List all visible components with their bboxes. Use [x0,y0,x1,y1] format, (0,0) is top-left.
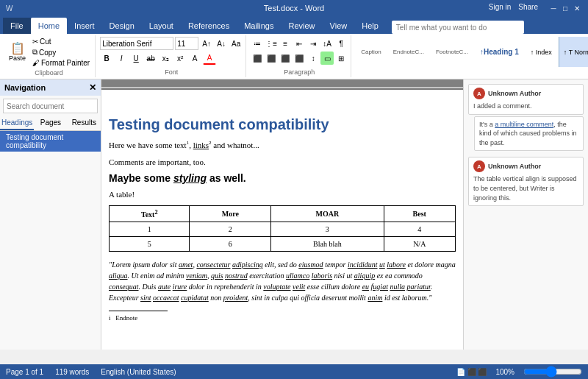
paste-button[interactable]: 📋 Paste [6,37,29,68]
clear-format-button[interactable]: Aa [229,37,243,50]
consectetur-link[interactable]: consectetur [196,261,230,269]
ullamco-link[interactable]: ullamco [286,272,309,280]
tab-view[interactable]: View [323,18,355,34]
tab-file[interactable]: File [3,18,31,34]
copy-button[interactable]: ⧉ Copy [30,47,92,57]
voluptate-link[interactable]: voluptate [263,283,290,291]
occaecat-link[interactable]: occaecat [153,294,179,302]
font-size-input[interactable] [175,37,198,50]
ut-link1[interactable]: ut [379,261,385,269]
align-left-button[interactable]: ⬛ [251,52,264,65]
document-page[interactable]: Testing document compatibility Here we h… [101,90,463,350]
shading-button[interactable]: ▭ [320,52,334,65]
irure-link[interactable]: irure [173,283,187,291]
italic-button[interactable]: I [115,52,128,65]
sint-link[interactable]: sint [140,294,151,302]
grow-font-button[interactable]: A↑ [200,37,213,50]
minimize-button[interactable]: ─ [548,3,559,13]
line-spacing-button[interactable]: ↕ [306,52,320,65]
anim-link[interactable]: anim [368,294,382,302]
links-text[interactable]: links [193,141,209,149]
quis-link[interactable]: quis [211,272,223,280]
underline-button[interactable]: U [129,52,143,65]
pariatur-link[interactable]: pariatur [407,283,431,291]
nav-tab-results[interactable]: Results [68,116,101,130]
tab-design[interactable]: Design [102,18,142,34]
style-footnote[interactable]: FootnoteC... [431,37,473,67]
para3-bold: styling [173,172,207,184]
navigation-pane: Navigation ✕ Headings Pages Results Test… [0,79,101,350]
nav-search-input[interactable] [3,99,98,113]
style-endnote[interactable]: EndnoteC... [388,37,429,67]
style-heading1[interactable]: ↑Heading 1 [475,37,524,67]
tab-layout[interactable]: Layout [142,18,181,34]
text-highlight-button[interactable]: A [188,52,201,65]
comment-1: A Unknown Author I added a comment. [468,84,584,115]
numbering-button[interactable]: ⋮≡ [265,37,278,50]
navigation-close-icon[interactable]: ✕ [89,82,96,93]
strikethrough-button[interactable]: ab [144,52,157,65]
nav-item-heading[interactable]: Testing document compatibility [0,131,101,152]
aute-link[interactable]: aute [158,283,171,291]
font-color-button[interactable]: A [203,52,216,65]
adipiscing-link[interactable]: adipiscing [232,261,263,269]
incididunt-link[interactable]: incididunt [348,261,378,269]
justify-button[interactable]: ⬛ [293,52,306,65]
align-right-button[interactable]: ⬛ [279,52,292,65]
superscript-button[interactable]: x² [173,52,187,65]
shrink-font-button[interactable]: A↓ [215,37,228,50]
tab-mailings[interactable]: Mailings [237,18,281,34]
proident-link[interactable]: proident [223,294,248,302]
close-button[interactable]: ✕ [572,3,582,13]
cupidatat-link[interactable]: cupidatat [181,294,209,302]
table-th-4: Best [384,205,455,222]
decrease-indent-button[interactable]: ⇤ [293,37,306,50]
sign-in-button[interactable]: Sign in [489,3,512,13]
tab-help[interactable]: Help [354,18,386,34]
para1-text: Here we have some text [109,141,187,149]
bullets-button[interactable]: ≔ [251,37,264,50]
nav-tab-headings[interactable]: Headings [0,116,34,130]
multiline-comment-link[interactable]: a multiline comment [495,121,553,128]
nav-tab-pages[interactable]: Pages [34,116,67,130]
style-tnormal[interactable]: ↑ T Normal [559,37,588,67]
nostrud-link[interactable]: nostrud [225,272,248,280]
multilevel-button[interactable]: ≡ [279,37,292,50]
tab-review[interactable]: Review [282,18,323,34]
style-index[interactable]: ↑ Index [526,37,557,67]
eu-link[interactable]: eu [362,283,369,291]
consequat-link[interactable]: consequat [109,283,139,291]
maximize-button[interactable]: □ [560,3,570,13]
amet-link[interactable]: amet [179,261,193,269]
eiusmod-link[interactable]: eiusmod [298,261,323,269]
borders-button[interactable]: ⊞ [334,52,348,65]
format-painter-button[interactable]: 🖌 Format Painter [30,58,92,68]
tab-home[interactable]: Home [31,18,67,34]
tell-me-input[interactable] [392,21,524,34]
fugiat-link[interactable]: fugiat [371,283,388,291]
font-format-row: B I U ab x₂ x² A A [100,52,243,65]
style-caption[interactable]: Caption [356,37,387,67]
align-center-button[interactable]: ⬛ [265,52,278,65]
nulla-link[interactable]: nulla [390,283,405,291]
show-marks-button[interactable]: ¶ [334,37,348,50]
labore-link[interactable]: labore [387,261,406,269]
font-name-input[interactable] [100,37,173,50]
veniam-link[interactable]: veniam [186,272,207,280]
increase-indent-button[interactable]: ⇥ [306,37,320,50]
para3-prefix: Maybe some [109,172,173,184]
bold-button[interactable]: B [100,52,113,65]
horizontal-ruler [101,87,463,88]
aliquip-link[interactable]: aliquip [354,272,375,280]
velit-link[interactable]: velit [293,283,305,291]
share-button[interactable]: Share [518,3,538,13]
subscript-button[interactable]: x₂ [159,52,172,65]
laboris-link[interactable]: laboris [312,272,332,280]
sort-button[interactable]: ↕A [320,37,334,50]
tab-references[interactable]: References [181,18,237,34]
comment-1-reply: It's a a multiline comment, the kind of … [474,116,584,152]
cut-button[interactable]: ✂ Cut [30,37,92,46]
paragraph-group: ≔ ⋮≡ ≡ ⇤ ⇥ ↕A ¶ ⬛ ⬛ ⬛ ⬛ ↕ ▭ ⊞ Paragraph [248,35,351,77]
aliqua-link[interactable]: aliqua [109,272,128,280]
tab-insert[interactable]: Insert [67,18,102,34]
